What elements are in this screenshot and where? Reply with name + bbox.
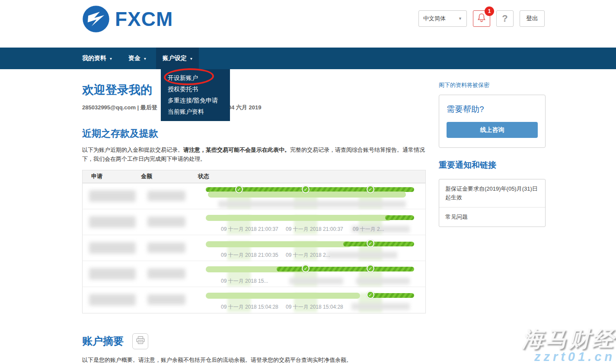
- watermark-brand: 海马财经: [522, 327, 615, 351]
- nav-item-my-profile[interactable]: 我的资料 ▾: [76, 48, 118, 69]
- redacted-application-cell: [89, 268, 136, 280]
- right-sidebar: 阁下的资料将被保密 需要帮助? 线上咨询 重要通知和链接 新保证金要求自(201…: [439, 69, 546, 227]
- status-progress-zone: ✓✓✓: [206, 183, 414, 209]
- redacted-date-patch: [218, 201, 406, 208]
- progress-bar-striped: [343, 242, 414, 246]
- help-box: 需要帮助? 线上咨询: [439, 95, 546, 148]
- nav-item-account-settings[interactable]: 账户设定 ▾: [156, 48, 199, 69]
- redacted-date-patch: [327, 252, 398, 259]
- print-button[interactable]: [132, 333, 148, 349]
- description-text: 以下为账户近期的入金和提款交易记录。: [82, 147, 183, 153]
- language-selector[interactable]: 中文简体 ▼: [418, 10, 467, 27]
- status-progress-zone: ✓09 十一月 2018 15:04:2809 十一月 2018 15:04:2…: [206, 287, 414, 313]
- recent-deposits-title: 近期之存款及提款: [82, 127, 426, 140]
- redacted-application-cell: [89, 190, 136, 202]
- status-progress-zone: ✓09 十一月 2018 21:00:3509 十一月 2018 2...: [206, 235, 414, 261]
- header-controls: 中文简体 ▼ 1 ? 登出: [418, 10, 545, 27]
- transaction-date: 09 十一月 2...: [353, 226, 384, 233]
- check-icon: ✓: [367, 291, 374, 299]
- transaction-date: 09 十一月 2018 15:04:28: [286, 303, 343, 311]
- notifications-button[interactable]: 1: [473, 10, 490, 27]
- nav-item-funds[interactable]: 资金 ▾: [122, 48, 153, 69]
- table-row: ✓09 十一月 2018 21:00:3509 十一月 2018 2...: [83, 235, 425, 261]
- nav-item-label: 我的资料: [82, 54, 106, 62]
- recent-table-body: ✓✓✓09 十一月 2018 21:00:3709 十一月 2018 21:00…: [83, 183, 425, 313]
- link-faq[interactable]: 常见问题: [439, 207, 545, 227]
- recent-deposits-description: 以下为账户近期的入金和提款交易记录。请注意，某些交易可能不会显示在此表中。完整的…: [82, 145, 426, 164]
- progress-bar-solid: [206, 241, 351, 247]
- account-subtitle: 285032995@qq.com | 最后登04 六月 2019: [82, 104, 426, 112]
- redacted-application-cell: [89, 242, 136, 254]
- table-header-row: 申请 金额 状态: [83, 170, 425, 183]
- main-content: 欢迎登录我的 285032995@qq.com | 最后登04 六月 2019 …: [82, 69, 426, 364]
- redacted-amount-cell: [147, 268, 185, 279]
- page: FXCM 中文简体 ▼ 1 ? 登出: [0, 0, 616, 364]
- watermark-url: zzrt01.cn: [522, 350, 615, 364]
- nav-item-label: 资金: [128, 54, 140, 62]
- check-icon: ✓: [367, 265, 374, 272]
- progress-bar-striped: [385, 215, 414, 220]
- redacted-date-patch: [289, 278, 343, 284]
- transaction-date: 09 十一月 2018 2...: [286, 252, 330, 259]
- table-row: ✓09 十一月 2018 15:04:2809 十一月 2018 15:04:2…: [83, 287, 425, 313]
- language-selector-value: 中文简体: [423, 15, 446, 22]
- table-row: 09 十一月 2018 21:00:3709 十一月 2018 21:00:37…: [83, 209, 425, 235]
- chevron-down-icon: ▾: [190, 56, 192, 61]
- chevron-down-icon: ▾: [144, 56, 146, 61]
- transaction-date: 09 十一月 2018 21:00:37: [286, 226, 343, 233]
- nav-item-label: 账户设定: [163, 54, 187, 62]
- redacted-amount-cell: [147, 243, 185, 253]
- privacy-note: 阁下的资料将被保密: [439, 81, 546, 89]
- progress-bar-striped: [368, 293, 414, 298]
- printer-icon: [136, 336, 145, 346]
- help-button[interactable]: ?: [496, 10, 514, 27]
- transaction-date: 09 十一月 2018 21:00:35: [221, 252, 278, 259]
- main-navbar: 我的资料 ▾ 资金 ▾ 账户设定 ▾: [0, 48, 616, 69]
- account-summary-header: 账户摘要: [82, 333, 426, 349]
- fxcm-logo-text: FXCM: [115, 9, 173, 29]
- transaction-date: 09 十一月 2018 15...: [221, 278, 268, 285]
- help-box-title: 需要帮助?: [447, 104, 538, 115]
- redacted-application-cell: [89, 216, 136, 228]
- redacted-amount-cell: [147, 191, 185, 201]
- redacted-amount-cell: [147, 217, 185, 227]
- transaction-date: 09 十一月 2018 21:00:37: [221, 226, 278, 233]
- bell-icon: [477, 13, 486, 24]
- menu-item-power-of-attorney[interactable]: 授权委托书: [161, 83, 230, 95]
- table-row: ✓✓✓: [83, 183, 425, 209]
- account-settings-dropdown: 开设新账户 授权委托书 多重连接/豁免申请 当前账户资料: [161, 69, 230, 121]
- menu-item-current-account-info[interactable]: 当前账户资料: [161, 106, 230, 117]
- question-mark-icon: ?: [502, 13, 507, 24]
- progress-bar-solid: [206, 293, 360, 299]
- online-chat-button[interactable]: 线上咨询: [447, 122, 538, 138]
- column-header-amount: 金额: [141, 172, 198, 180]
- redacted-application-cell: [89, 294, 136, 306]
- column-header-status: 状态: [198, 172, 425, 180]
- column-header-application: 申请: [83, 172, 141, 180]
- redacted-amount-cell: [147, 294, 185, 305]
- fxcm-logo-icon: [82, 5, 110, 33]
- description-bold-text: 请注意，某些交易可能不会显示在此表中。: [183, 147, 290, 153]
- transactions-table: 申请 金额 状态 ✓✓✓09 十一月 2018 21:00:3709 十一月 2…: [82, 170, 426, 313]
- check-icon: ✓: [367, 239, 374, 247]
- top-header: FXCM 中文简体 ▼ 1 ? 登出: [0, 0, 616, 48]
- fxcm-logo[interactable]: FXCM: [82, 5, 173, 33]
- account-summary-description: 以下是您的账户概要。请注意，账户余额不包括开仓后的流动余额。请登录您的交易平台查…: [82, 356, 426, 364]
- check-icon: ✓: [235, 185, 243, 193]
- account-summary-title: 账户摘要: [82, 334, 124, 348]
- account-email: 285032995@qq.com | 最后登: [82, 104, 157, 111]
- logout-button[interactable]: 登出: [520, 10, 545, 27]
- page-title: 欢迎登录我的: [82, 83, 426, 96]
- link-margin-requirement[interactable]: 新保证金要求自(2019)年(05)月(31)日起生效: [439, 179, 545, 207]
- menu-item-open-new-account[interactable]: 开设新账户: [161, 72, 230, 83]
- status-progress-zone: 09 十一月 2018 21:00:3709 十一月 2018 21:00:37…: [206, 209, 414, 235]
- menu-item-multi-connection[interactable]: 多重连接/豁免申请: [161, 95, 230, 106]
- account-summary-section: 账户摘要 以下是您的账户概要。请注意，账户余额不包括开仓后的流动余额。请登录您的…: [82, 333, 426, 364]
- notice-links-box: 新保证金要求自(2019)年(05)月(31)日起生效 常见问题: [439, 179, 546, 227]
- progress-bar-solid: [206, 215, 391, 221]
- notification-badge: 1: [485, 6, 494, 16]
- table-row: ✓✓09 十一月 2018 15...: [83, 261, 425, 287]
- chevron-down-icon: ▾: [110, 56, 112, 61]
- status-progress-zone: ✓✓09 十一月 2018 15...: [206, 261, 414, 287]
- chevron-down-icon: ▼: [458, 16, 462, 21]
